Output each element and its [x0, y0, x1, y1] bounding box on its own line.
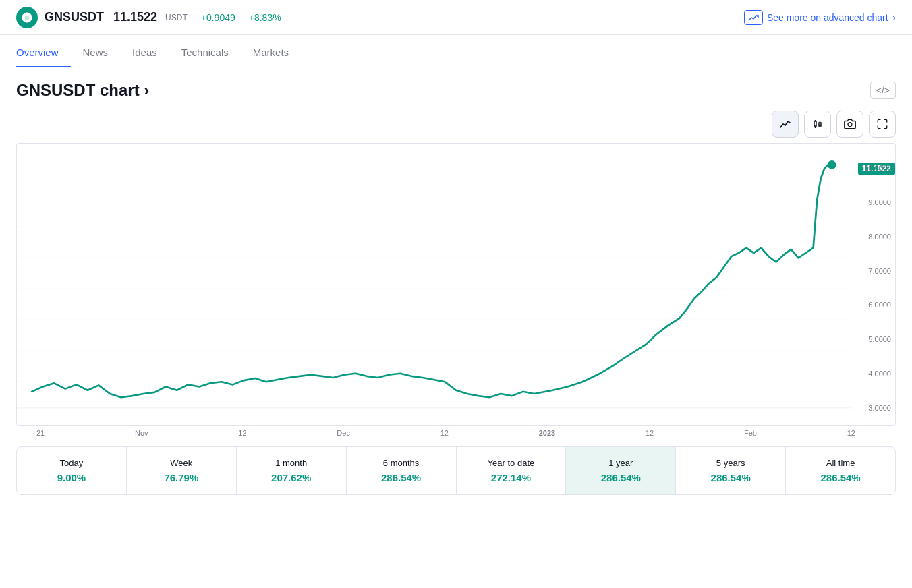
y-label-7: 7.0000 — [864, 267, 891, 275]
x-label-nov: Nov — [135, 429, 148, 437]
price-dot — [828, 160, 836, 169]
ticker-change-amount: +0.9049 — [201, 12, 235, 23]
header: GNSUSDT 11.1522 USDT +0.9049 +8.83% See … — [0, 0, 912, 35]
navigation: Overview News Ideas Technicals Markets — [0, 35, 912, 67]
ticker-symbol: GNSUSDT — [45, 10, 104, 24]
chart-title-row: GNSUSDT chart › </> — [16, 81, 896, 100]
stat-1month-label: 1 month — [245, 458, 338, 468]
main-content: GNSUSDT chart › </> — [0, 67, 912, 495]
stat-6months-value: 286.54% — [355, 472, 448, 483]
candle-chart-button[interactable] — [804, 111, 831, 138]
stat-week-value: 76.79% — [135, 472, 228, 483]
y-label-5: 5.0000 — [864, 335, 891, 343]
ticker-price: 11.1522 — [113, 10, 157, 24]
stat-ytd-label: Year to date — [465, 458, 558, 468]
x-label-2023: 2023 — [539, 429, 555, 437]
stat-1year[interactable]: 1 year 286.54% — [566, 447, 676, 494]
x-label-dec: Dec — [337, 429, 350, 437]
performance-stats: Today 9.00% Week 76.79% 1 month 207.62% … — [16, 446, 896, 495]
chart-title[interactable]: GNSUSDT chart › — [16, 81, 149, 100]
y-label-8: 8.0000 — [864, 233, 891, 241]
stat-5years-label: 5 years — [684, 458, 777, 468]
y-label-6: 6.0000 — [864, 301, 891, 309]
stat-today-value: 9.00% — [25, 472, 118, 483]
stat-5years-value: 286.54% — [684, 472, 777, 483]
token-logo — [16, 7, 38, 28]
svg-point-6 — [848, 123, 852, 127]
tab-overview[interactable]: Overview — [16, 38, 71, 67]
stat-5years[interactable]: 5 years 286.54% — [676, 447, 786, 494]
stat-1month-value: 207.62% — [245, 472, 338, 483]
line-chart-button[interactable] — [772, 111, 799, 138]
ticker-unit: USDT — [165, 13, 188, 22]
chart-icon-box — [744, 10, 763, 25]
stat-alltime[interactable]: All time 286.54% — [786, 447, 895, 494]
stat-6months[interactable]: 6 months 286.54% — [347, 447, 457, 494]
chart-toolbar — [16, 111, 896, 138]
stat-1month[interactable]: 1 month 207.62% — [237, 447, 347, 494]
stat-today[interactable]: Today 9.00% — [17, 447, 127, 494]
advanced-chart-link[interactable]: See more on advanced chart › — [744, 10, 896, 25]
x-axis-labels: 21 Nov 12 Dec 12 2023 12 Feb 12 — [16, 426, 896, 437]
x-label-12d: 12 — [847, 429, 855, 437]
y-label-10: 10.0000 — [864, 164, 891, 172]
ticker-change-percent: +8.83% — [249, 12, 281, 23]
fullscreen-button[interactable] — [869, 111, 896, 138]
x-label-12c: 12 — [646, 429, 654, 437]
stat-alltime-label: All time — [794, 458, 887, 468]
stat-1year-label: 1 year — [574, 458, 667, 468]
tab-technicals[interactable]: Technicals — [169, 38, 241, 67]
stat-6months-label: 6 months — [355, 458, 448, 468]
x-label-feb: Feb — [744, 429, 757, 437]
chevron-right-icon: › — [892, 11, 896, 24]
stat-alltime-value: 286.54% — [794, 472, 887, 483]
y-axis-labels: 10.0000 9.0000 8.0000 7.0000 6.0000 5.00… — [864, 144, 891, 425]
y-label-9: 9.0000 — [864, 198, 891, 206]
stat-ytd[interactable]: Year to date 272.14% — [457, 447, 567, 494]
x-label-21: 21 — [36, 429, 45, 437]
x-label-12a: 12 — [238, 429, 246, 437]
advanced-chart-label: See more on advanced chart — [767, 12, 888, 23]
stat-week-label: Week — [135, 458, 228, 468]
stat-ytd-value: 272.14% — [465, 472, 558, 483]
stat-1year-value: 286.54% — [574, 472, 667, 483]
svg-rect-0 — [814, 121, 816, 126]
price-chart-svg — [17, 144, 895, 425]
x-label-12b: 12 — [440, 429, 449, 437]
stat-week[interactable]: Week 76.79% — [127, 447, 237, 494]
camera-button[interactable] — [836, 111, 863, 138]
stat-today-label: Today — [25, 458, 118, 468]
tab-markets[interactable]: Markets — [241, 38, 301, 67]
svg-rect-3 — [819, 123, 821, 126]
y-label-4: 4.0000 — [864, 370, 891, 378]
header-left: GNSUSDT 11.1522 USDT +0.9049 +8.83% — [16, 7, 281, 28]
embed-icon[interactable]: </> — [870, 82, 896, 99]
chart-area: 11.1522 10.0000 9.0000 8.0000 7.0000 6.0… — [16, 143, 896, 426]
tab-ideas[interactable]: Ideas — [120, 38, 169, 67]
tab-news[interactable]: News — [71, 38, 121, 67]
price-line — [32, 165, 832, 397]
y-label-3: 3.0000 — [864, 404, 891, 412]
